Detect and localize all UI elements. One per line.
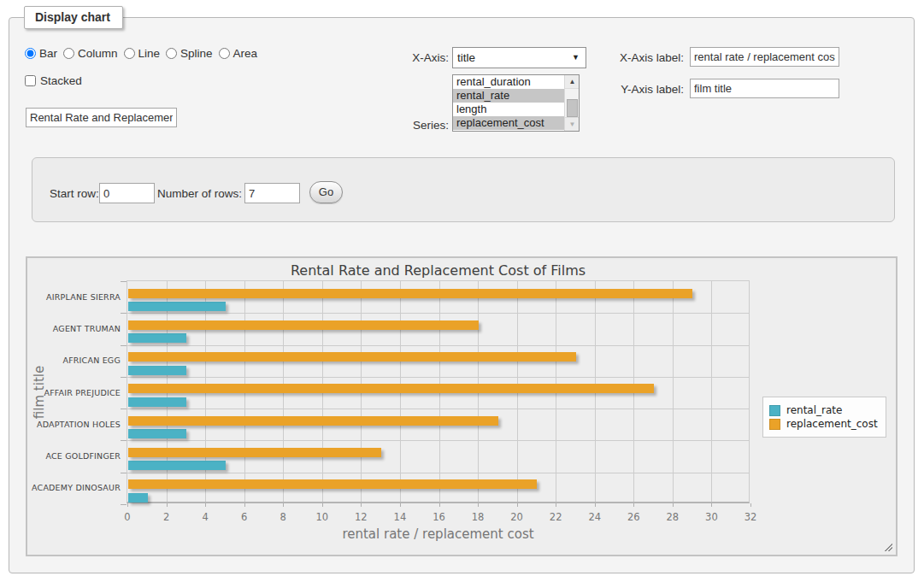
- y-axis-tick: [121, 281, 127, 282]
- chart-type-option-spline[interactable]: Spline: [166, 47, 213, 60]
- x-axis-tick: [322, 503, 323, 507]
- y-axis-tick: [121, 377, 127, 378]
- chart-type-label: Column: [78, 47, 118, 60]
- x-tick-label: 12: [344, 511, 378, 523]
- y-axis-tick: [121, 473, 127, 473]
- chart-type-radio-group: BarColumnLineSplineArea: [25, 47, 263, 60]
- legend-label: replacement_cost: [786, 418, 878, 430]
- x-tick-label: 28: [656, 511, 690, 523]
- x-axis-tick: [711, 503, 712, 507]
- x-axis-select[interactable]: title ▼: [452, 47, 586, 68]
- chart-type-label: Spline: [180, 47, 213, 60]
- x-tick-label: 14: [383, 511, 417, 523]
- series-options: rental_durationrental_ratelengthreplacem…: [453, 75, 579, 130]
- x-axis-tick: [556, 503, 556, 507]
- y-axis-tick: [121, 504, 127, 505]
- y-axis-label-input[interactable]: [690, 79, 839, 98]
- row-range-box: Start row: Number of rows: Go: [32, 157, 895, 222]
- stacked-label: Stacked: [40, 74, 82, 87]
- chart-type-option-line[interactable]: Line: [124, 47, 161, 60]
- y-axis-tick: [121, 440, 127, 441]
- series-scrollbar[interactable]: ▲ ▼: [564, 75, 579, 131]
- x-tick-label: 6: [227, 511, 262, 523]
- scroll-down-icon[interactable]: ▼: [565, 117, 580, 131]
- chart-type-radio-line[interactable]: [124, 48, 135, 59]
- bar-replacement_cost: [128, 448, 381, 457]
- grid-line-vertical: [673, 281, 674, 502]
- x-axis-tick: [517, 503, 518, 507]
- start-row-label: Start row:: [50, 187, 99, 200]
- x-axis-tick: [478, 503, 479, 507]
- chart-type-option-bar[interactable]: Bar: [25, 47, 57, 60]
- x-axis-tick: [283, 503, 284, 507]
- x-axis-label-caption: X-Axis label:: [590, 51, 684, 64]
- series-multiselect[interactable]: rental_durationrental_ratelengthreplacem…: [452, 74, 580, 132]
- x-tick-label: 26: [616, 511, 650, 523]
- series-option-length[interactable]: length: [453, 103, 564, 116]
- chart-title-input[interactable]: [26, 108, 177, 127]
- x-axis-tick: [673, 503, 674, 507]
- x-tick-label: 30: [694, 511, 728, 523]
- legend-swatch-replacement_cost: [769, 419, 780, 430]
- y-axis-label-caption: Y-Axis label:: [590, 83, 684, 96]
- bar-replacement_cost: [128, 289, 692, 298]
- chart-type-label: Area: [233, 47, 258, 60]
- x-tick-label: 24: [578, 511, 612, 523]
- y-axis-tick: [121, 409, 127, 409]
- go-button[interactable]: Go: [309, 181, 343, 203]
- bar-rental_rate: [128, 429, 186, 438]
- grid-line-horizontal: [127, 473, 749, 473]
- plot-area: 02468101214161820222426283032AIRPLANE SI…: [127, 280, 750, 503]
- number-of-rows-label: Number of rows:: [157, 187, 242, 200]
- series-option-rental_rate[interactable]: rental_rate: [453, 89, 564, 103]
- chart-type-option-column[interactable]: Column: [63, 47, 118, 60]
- bar-rental_rate: [128, 366, 186, 375]
- x-tick-label: 2: [150, 511, 184, 523]
- fieldset-legend: Display chart: [24, 6, 123, 29]
- x-tick-label: 32: [733, 511, 768, 523]
- chart-type-label: Line: [138, 47, 161, 60]
- x-tick-label: 4: [188, 511, 222, 523]
- chart-type-radio-area[interactable]: [219, 48, 230, 59]
- bar-replacement_cost: [128, 352, 576, 362]
- scrollbar-thumb[interactable]: [567, 99, 578, 117]
- number-of-rows-input[interactable]: [244, 183, 300, 203]
- chevron-down-icon: ▼: [572, 48, 580, 68]
- y-axis-title: film title: [32, 366, 47, 419]
- bar-rental_rate: [128, 461, 226, 470]
- bar-rental_rate: [128, 493, 148, 503]
- series-option-replacement_cost[interactable]: replacement_cost: [453, 116, 564, 130]
- start-row-input[interactable]: [99, 183, 155, 203]
- x-axis-select-label: X-Axis:: [363, 51, 449, 64]
- bar-replacement_cost: [128, 384, 654, 393]
- x-axis-tick: [439, 503, 440, 507]
- x-axis-tick: [633, 503, 634, 507]
- grid-line-horizontal: [127, 409, 749, 409]
- category-label: AGENT TRUMAN: [32, 324, 121, 333]
- bar-rental_rate: [128, 333, 186, 343]
- bar-replacement_cost: [128, 479, 537, 489]
- stacked-checkbox[interactable]: [25, 75, 36, 86]
- grid-line-horizontal: [127, 440, 749, 441]
- category-label: ACE GOLDFINGER: [32, 451, 121, 461]
- x-tick-label: 22: [539, 511, 573, 523]
- grid-line-horizontal: [127, 313, 749, 314]
- x-axis-label-input[interactable]: [690, 47, 839, 67]
- series-option-rental_duration[interactable]: rental_duration: [453, 75, 564, 89]
- legend-item: rental_rate: [769, 404, 878, 416]
- legend-swatch-rental_rate: [769, 405, 780, 416]
- chart-type-option-area[interactable]: Area: [219, 47, 258, 60]
- scroll-up-icon[interactable]: ▲: [565, 75, 580, 89]
- bar-replacement_cost: [128, 416, 498, 426]
- stacked-checkbox-row: Stacked: [25, 74, 82, 87]
- x-axis-tick: [127, 503, 128, 507]
- bar-rental_rate: [128, 302, 226, 311]
- x-axis-tick: [244, 503, 245, 507]
- x-axis-selected-value: title: [457, 51, 475, 64]
- chart-type-radio-spline[interactable]: [166, 48, 177, 59]
- chart-type-radio-bar[interactable]: [25, 48, 36, 59]
- x-axis-tick: [595, 503, 596, 507]
- category-label: ADAPTATION HOLES: [32, 420, 121, 429]
- resize-handle-icon[interactable]: [883, 542, 892, 551]
- chart-type-radio-column[interactable]: [63, 48, 74, 59]
